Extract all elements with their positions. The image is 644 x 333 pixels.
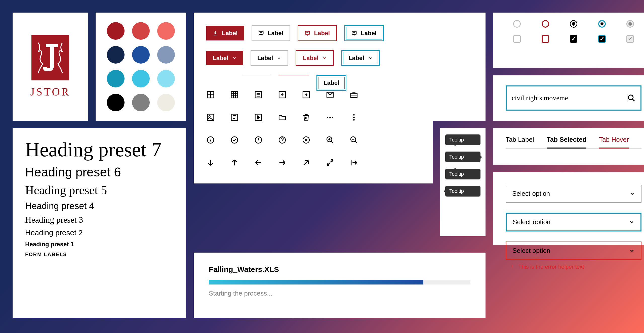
checkbox-focus-selected[interactable] [598, 35, 606, 43]
heading-preset-2: Heading preset 2 [25, 228, 174, 237]
form-labels-text: FORM LABELS [25, 252, 174, 257]
svg-point-20 [353, 119, 355, 121]
zoom-out-icon [350, 136, 358, 144]
button-label: Label [324, 79, 339, 86]
progress-card: Falling_Waters.XLS Starting the process.… [194, 253, 486, 318]
arrow-right-to-line-icon [350, 158, 358, 167]
radio-default[interactable] [513, 20, 521, 28]
grid-2x2-icon [206, 90, 215, 99]
select-default[interactable]: Select option [506, 185, 641, 203]
tab-hover[interactable]: Tab Hover [599, 136, 629, 148]
more-vertical-icon [350, 113, 358, 122]
help-circle-icon [278, 136, 287, 144]
chevron-down-icon [277, 56, 281, 60]
checkbox-disabled-selected [626, 35, 634, 43]
button-label: Label [348, 55, 364, 62]
chevron-down-icon [629, 191, 635, 197]
button-focus-dropdown[interactable]: Label [341, 50, 380, 66]
zoom-in-icon [326, 136, 334, 144]
arrow-up-icon [230, 158, 239, 167]
logo-mark [31, 35, 69, 80]
briefcase-icon [350, 90, 358, 99]
radio-row: .radio.sel[data-name="radio-selected"]::… [506, 20, 641, 28]
swatch-cream [157, 94, 175, 111]
grid-3x3-icon [230, 90, 239, 99]
swatch-black [107, 94, 125, 111]
alert-icon [509, 264, 514, 269]
trash-icon [302, 113, 310, 122]
svg-rect-5 [231, 91, 238, 98]
icon-grid-card [194, 75, 433, 183]
selects-card: Select option Select option Select optio… [493, 172, 644, 245]
search-card [493, 75, 644, 121]
mail-icon [326, 90, 334, 99]
select-focus[interactable]: Select option [506, 213, 641, 231]
arrow-left-icon [254, 158, 263, 167]
svg-point-18 [353, 114, 355, 116]
arrow-up-right-icon [302, 158, 310, 167]
error-helper-text: This is the error helper text [518, 264, 584, 270]
radio-hover[interactable] [542, 20, 549, 28]
download-icon [213, 30, 218, 36]
tooltip-card: Tooltip Tooltip Tooltip Tooltip [440, 128, 486, 236]
select-error[interactable]: Select option [506, 242, 641, 260]
checkbox-selected[interactable] [570, 35, 577, 43]
button-outline-red-comment[interactable]: Label [298, 25, 337, 41]
button-primary-download[interactable]: Label [206, 26, 244, 40]
radio-focus-selected[interactable]: .radio.sel[data-name="radio-focus-select… [598, 20, 606, 28]
svg-point-15 [327, 117, 328, 118]
expand-icon [326, 158, 334, 167]
checkbox-row [506, 35, 641, 43]
button-secondary-dropdown[interactable]: Label [251, 50, 288, 66]
button-label: Label [314, 30, 330, 37]
swatch-teal-mid [132, 70, 150, 87]
tab-strip: Tab Label Tab Selected Tab Hover [506, 136, 641, 149]
button-label: Label [361, 30, 377, 37]
svg-point-19 [353, 117, 355, 118]
search-icon[interactable] [627, 94, 635, 102]
button-label: Label [222, 30, 238, 37]
radio-selected[interactable]: .radio.sel[data-name="radio-selected"]::… [570, 20, 577, 28]
heading-preset-3: Heading preset 3 [25, 215, 174, 225]
jstor-j-icon [35, 39, 65, 77]
image-icon [206, 113, 215, 122]
alert-circle-icon [254, 136, 263, 144]
button-primary-dropdown[interactable]: Label [206, 51, 243, 65]
svg-point-28 [628, 95, 633, 100]
select-label: Select option [512, 190, 550, 198]
button-row-dropdown: Label Label Label Label [206, 50, 473, 66]
progress-filename: Falling_Waters.XLS [209, 265, 470, 274]
search-field[interactable] [506, 85, 641, 111]
comment-icon [351, 30, 357, 36]
checkbox-default[interactable] [513, 35, 521, 43]
arrow-right-icon [278, 158, 287, 167]
button-label: Label [268, 30, 284, 37]
tab-default[interactable]: Tab Label [506, 136, 534, 148]
tabs-card: Tab Label Tab Selected Tab Hover [493, 128, 644, 165]
button-focus-comment[interactable]: Label [344, 25, 384, 41]
chevron-down-icon [368, 56, 373, 60]
tab-selected[interactable]: Tab Selected [547, 136, 586, 148]
svg-point-12 [209, 116, 210, 117]
radio-disabled-selected: .radio.sel[data-name="radio-disabled-sel… [626, 20, 634, 28]
tooltip-bottom-arrow: Tooltip [445, 134, 480, 145]
download-box-icon [278, 90, 287, 99]
folder-icon [278, 113, 287, 122]
select-error-helper: This is the error helper text [509, 264, 641, 270]
logo-card: JSTOR [13, 13, 88, 121]
arrow-right-box-icon [302, 90, 310, 99]
button-outline-red-dropdown[interactable]: Label [296, 50, 334, 66]
button-secondary-comment[interactable]: Label [252, 25, 290, 41]
swatch-navy-dark [107, 46, 125, 64]
tooltip-top-arrow: Tooltip [445, 169, 480, 179]
search-input[interactable] [512, 94, 627, 102]
heading-preset-1: Heading preset 1 [25, 241, 174, 248]
button-row-icon: Label Label Label Label [206, 25, 473, 41]
x-circle-icon [302, 136, 310, 144]
checkbox-hover[interactable] [542, 35, 549, 43]
progress-bar [209, 280, 470, 284]
comment-icon [258, 30, 264, 36]
heading-preset-4: Heading preset 4 [25, 201, 174, 211]
swatch-navy-light [157, 46, 175, 64]
button-focus-plain[interactable]: Label [316, 75, 346, 91]
